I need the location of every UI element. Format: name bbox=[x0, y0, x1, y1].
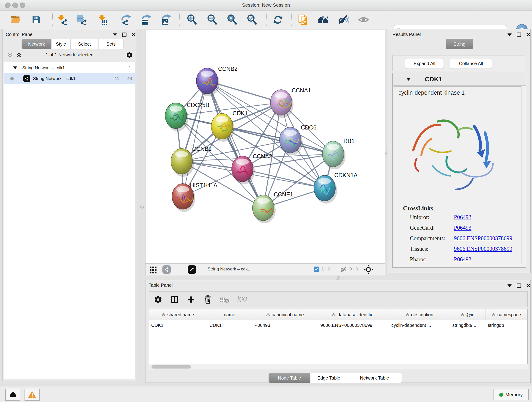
network-node[interactable]: HIST1H1A bbox=[172, 182, 217, 212]
tab-sets[interactable]: Sets bbox=[99, 39, 123, 49]
network-node[interactable]: RB1 bbox=[322, 138, 355, 169]
tab-node-table[interactable]: Node Table bbox=[269, 373, 310, 383]
float-panel-icon[interactable] bbox=[517, 283, 521, 288]
bottom-splitter-handle[interactable] bbox=[336, 276, 340, 280]
import-network-database-button[interactable] bbox=[75, 13, 88, 26]
float-panel-icon[interactable] bbox=[122, 32, 127, 37]
close-panel-icon[interactable]: ✕ bbox=[526, 32, 530, 37]
open-session-button[interactable] bbox=[9, 13, 22, 26]
close-panel-icon[interactable]: ✕ bbox=[526, 283, 530, 288]
collection-expander-icon[interactable] bbox=[13, 66, 17, 69]
network-node-label: CCNA1 bbox=[292, 87, 311, 94]
fit-selected-crosshair-icon[interactable] bbox=[364, 265, 373, 274]
selected-checkbox-icon[interactable] bbox=[314, 267, 319, 272]
network-collection-row[interactable]: String Network – cdk1 1 bbox=[4, 62, 135, 73]
toolbar-separator bbox=[52, 13, 53, 26]
string-query-home-button[interactable] bbox=[317, 13, 330, 26]
memory-button[interactable]: Memory bbox=[493, 389, 529, 400]
tab-style[interactable]: Style bbox=[51, 39, 70, 49]
network-row-selected[interactable]: String Network – cdk1 11 48 bbox=[4, 73, 135, 84]
panel-menu-icon[interactable] bbox=[507, 284, 512, 287]
left-splitter-handle[interactable] bbox=[140, 206, 144, 209]
float-panel-icon[interactable] bbox=[517, 32, 521, 37]
tab-select[interactable]: Select bbox=[70, 39, 99, 49]
cell-shared-name[interactable]: CDK1 bbox=[149, 320, 207, 330]
toolbar-separator bbox=[116, 13, 116, 26]
cell-canonical-name[interactable]: P06493 bbox=[252, 320, 318, 330]
tab-network[interactable]: Network bbox=[22, 39, 51, 49]
collapse-all-button[interactable]: Collapse All bbox=[450, 58, 492, 69]
export-image-button[interactable] bbox=[159, 13, 172, 26]
crosslink-uniprot-link[interactable]: P06493 bbox=[454, 214, 471, 220]
crosslink-pharos-link[interactable]: P06493 bbox=[454, 256, 471, 263]
column-header[interactable]: @id bbox=[450, 309, 485, 320]
results-button-bar: Expand All Collapse All bbox=[393, 55, 525, 71]
cell-name[interactable]: CDK1 bbox=[207, 320, 252, 330]
network-edge[interactable] bbox=[207, 81, 263, 208]
network-node[interactable]: CCNB2 bbox=[196, 65, 238, 96]
network-edge-count: 48 bbox=[127, 76, 132, 81]
toolbar-separator bbox=[179, 13, 180, 26]
tab-network-table[interactable]: Network Table bbox=[347, 373, 402, 383]
zoom-out-button[interactable] bbox=[206, 13, 219, 26]
show-hidden-button[interactable] bbox=[357, 13, 370, 26]
hide-singletons-button[interactable] bbox=[337, 13, 350, 26]
network-node[interactable]: CCNA1 bbox=[270, 87, 311, 118]
expand-all-button[interactable]: Expand All bbox=[405, 58, 444, 69]
network-node[interactable]: CDC6 bbox=[279, 124, 317, 155]
scrollbar-thumb[interactable] bbox=[152, 365, 191, 369]
table-horizontal-scrollbar[interactable] bbox=[149, 364, 528, 370]
show-columns-icon[interactable] bbox=[171, 295, 179, 304]
panel-menu-icon[interactable] bbox=[507, 33, 512, 36]
detach-view-icon[interactable] bbox=[188, 265, 196, 274]
add-column-icon[interactable] bbox=[187, 295, 195, 304]
import-table-button[interactable] bbox=[96, 13, 109, 26]
column-header[interactable]: database identifier bbox=[318, 309, 389, 320]
cell-description[interactable]: cyclin-dependent ... bbox=[389, 320, 450, 330]
save-session-button[interactable] bbox=[30, 13, 43, 26]
close-panel-icon[interactable]: ✕ bbox=[132, 32, 136, 37]
tab-edge-table[interactable]: Edge Table bbox=[310, 373, 347, 383]
collapse-protein-icon[interactable] bbox=[406, 78, 411, 81]
column-header[interactable]: name bbox=[207, 309, 252, 320]
zoom-in-button[interactable] bbox=[186, 13, 198, 26]
grid-view-icon[interactable] bbox=[149, 266, 157, 274]
network-node[interactable]: CDC25B bbox=[165, 102, 209, 131]
tab-string[interactable]: String bbox=[446, 39, 473, 49]
crosslink-tissues-link[interactable]: 9606.ENSP00000378699 bbox=[454, 246, 512, 252]
network-node[interactable]: CCNB1 bbox=[171, 146, 212, 177]
export-network-button[interactable] bbox=[120, 13, 133, 26]
table-settings-gear-icon[interactable] bbox=[154, 295, 162, 304]
zoom-fit-button[interactable] bbox=[226, 13, 239, 26]
cell-database-identifier[interactable]: 9606.ENSP00000378699 bbox=[318, 320, 389, 330]
network-edge[interactable] bbox=[183, 81, 207, 196]
clone-network-button[interactable] bbox=[297, 13, 310, 26]
column-header[interactable]: description bbox=[389, 309, 450, 320]
column-header[interactable]: namespace bbox=[486, 309, 527, 320]
cloud-services-button[interactable] bbox=[5, 389, 20, 401]
protein-card-header[interactable]: CDK1 bbox=[393, 73, 526, 86]
crosslink-compartments-link[interactable]: 9606.ENSP00000378699 bbox=[454, 235, 512, 242]
birdseye-network-icon[interactable] bbox=[162, 265, 171, 274]
delete-column-trash-icon[interactable] bbox=[203, 295, 212, 304]
warnings-button[interactable] bbox=[25, 389, 40, 401]
network-node[interactable]: CCNE1 bbox=[253, 191, 293, 223]
network-canvas[interactable]: CCNB2CCNA1CDC25BCDK1CDC6RB1CCNB1CCNA2CDK… bbox=[146, 30, 385, 263]
export-table-button[interactable] bbox=[139, 13, 152, 26]
cell-namespace[interactable]: stringdb bbox=[486, 320, 527, 330]
zoom-selected-button[interactable] bbox=[246, 13, 259, 26]
network-node[interactable]: CDKN1A bbox=[314, 172, 358, 204]
crosslink-genecard-link[interactable]: P06493 bbox=[454, 225, 471, 231]
apply-layout-button[interactable] bbox=[272, 13, 284, 26]
double-house-icon bbox=[318, 15, 329, 25]
results-horizontal-scrollbar[interactable] bbox=[394, 264, 521, 267]
network-view: CCNB2CCNA1CDC25BCDK1CDC6RB1CCNB1CCNA2CDK… bbox=[145, 30, 385, 275]
import-network-file-button[interactable] bbox=[56, 13, 69, 26]
column-header[interactable]: canonical name bbox=[252, 309, 318, 320]
database-icon bbox=[76, 14, 87, 25]
table-row[interactable]: CDK1 CDK1 P06493 9606.ENSP00000378699 cy… bbox=[149, 320, 527, 330]
panel-menu-icon[interactable] bbox=[113, 33, 117, 36]
column-header[interactable]: shared name bbox=[149, 309, 207, 320]
network-options-gear-icon[interactable] bbox=[126, 51, 133, 59]
cell-id[interactable]: stringdb:9... bbox=[450, 320, 485, 330]
